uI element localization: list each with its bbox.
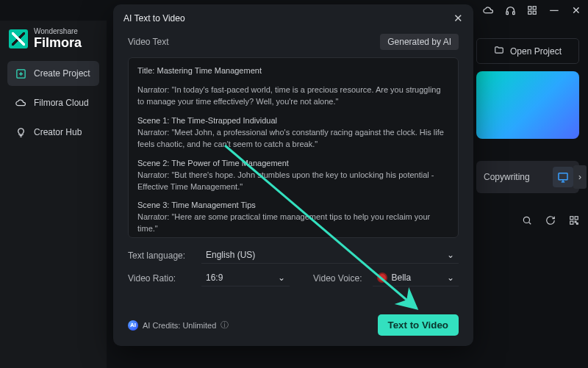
search-icon[interactable] [522,215,532,228]
voice-select[interactable]: Bella ⌄ [373,270,459,286]
chevron-down-icon: ⌄ [447,273,454,283]
ai-credits: AI AI Credits: Unlimited ⓘ [128,320,229,331]
scene-body: Narrator: "But there's hope. John stumbl… [137,170,449,193]
minimize-icon[interactable]: ─ [548,4,560,16]
svg-rect-11 [570,221,573,224]
svg-rect-0 [506,11,508,14]
svg-point-8 [523,217,529,223]
voice-label: Video Voice: [313,273,362,284]
credits-label: AI Credits: Unlimited [143,321,216,330]
scene-heading: Scene 3: Time Management Tips [137,200,449,212]
dialog-header: AI Text to Video ✕ [113,4,473,29]
open-project-button[interactable]: Open Project [476,38,579,64]
ratio-select[interactable]: 16:9 ⌄ [201,270,290,286]
language-label: Text language: [128,250,191,261]
svg-rect-5 [533,11,536,14]
cloud-icon [15,97,26,109]
dialog-body: Video Text Generated by AI Title: Master… [113,29,473,306]
voice-value: Bella [392,273,412,283]
script-textarea[interactable]: Title: Mastering Time Management Narrato… [128,57,459,238]
feature-card-copywriting[interactable]: Copywriting › [476,161,579,193]
sidebar-item-filmora-cloud[interactable]: Filmora Cloud [7,90,99,115]
generated-by-ai-button[interactable]: Generated by AI [380,34,459,50]
script-intro: Narrator: "In today's fast-paced world, … [137,84,449,108]
folder-icon [494,45,504,57]
svg-rect-4 [528,11,531,14]
svg-rect-13 [577,223,578,225]
svg-rect-3 [533,7,536,10]
info-icon[interactable]: ⓘ [220,320,229,331]
bulb-icon [15,126,26,138]
close-icon[interactable]: ✕ [570,4,582,16]
script-title: Title: Mastering Time Management [137,65,449,77]
toolbar-row [476,201,579,228]
scene-heading: Scene 1: The Time-Strapped Individual [137,115,449,127]
scene-heading: Scene 2: The Power of Time Management [137,158,449,170]
preview-thumbnail[interactable] [476,71,579,139]
sidebar: Wondershare Filmora Create Project Filmo… [0,21,107,368]
chevron-down-icon: ⌄ [447,250,454,260]
grid-icon[interactable] [526,4,538,16]
brand-text: Wondershare Filmora [34,28,82,49]
nav: Create Project Filmora Cloud Creator Hub [0,61,107,145]
sidebar-item-label: Create Project [34,68,90,79]
language-select[interactable]: English (US) ⌄ [201,247,459,264]
sidebar-item-label: Filmora Cloud [34,98,89,108]
open-project-label: Open Project [510,46,562,57]
svg-rect-1 [512,11,514,14]
dialog-title: AI Text to Video [123,13,185,24]
dialog-footer: AI AI Credits: Unlimited ⓘ Text to Video [113,306,473,346]
language-value: English (US) [206,250,255,260]
grid-view-icon[interactable] [569,215,579,228]
text-to-video-button[interactable]: Text to Video [378,314,459,336]
video-text-label: Video Text [128,37,169,47]
right-rail: Open Project Copywriting › [476,38,579,228]
sidebar-item-label: Creator Hub [34,127,82,137]
scene-body: Narrator: "Here are some practical time … [137,212,449,235]
selectors: Text language: English (US) ⌄ Video Rati… [128,245,459,286]
brand-line2: Filmora [34,36,82,50]
ratio-label: Video Ratio: [128,273,191,284]
brand-line1: Wondershare [34,28,82,36]
dialog-ai-text-to-video: AI Text to Video ✕ Video Text Generated … [113,4,473,346]
refresh-icon[interactable] [545,215,556,228]
scene-body: Narrator: "Meet John, a professional who… [137,127,449,151]
logo-icon [9,29,28,48]
svg-rect-12 [575,221,576,223]
cloud-icon[interactable] [482,4,494,16]
ratio-value: 16:9 [206,273,223,283]
svg-rect-9 [570,217,573,220]
plus-square-icon [15,68,26,79]
sidebar-item-creator-hub[interactable]: Creator Hub [7,120,99,145]
svg-rect-7 [559,173,567,180]
ai-badge-icon: AI [128,320,138,331]
close-icon[interactable]: ✕ [453,12,463,25]
ai-screen-icon [553,167,573,187]
chevron-right-icon[interactable]: › [573,165,587,189]
voice-avatar-icon [377,273,387,283]
headset-icon[interactable] [504,4,516,16]
svg-rect-10 [575,217,578,220]
feature-card-label: Copywriting [484,172,530,182]
chevron-down-icon: ⌄ [278,273,285,283]
brand: Wondershare Filmora [0,25,107,61]
svg-rect-2 [528,7,531,10]
sidebar-item-create-project[interactable]: Create Project [7,61,99,86]
